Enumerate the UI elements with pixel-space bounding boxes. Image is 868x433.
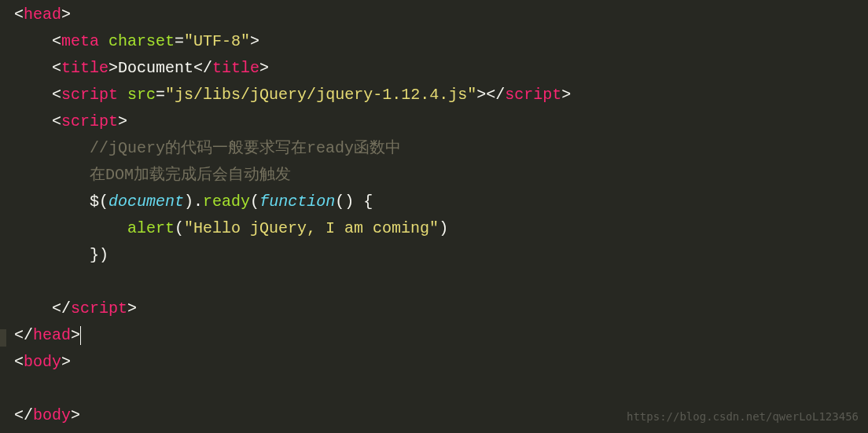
equals: = bbox=[175, 28, 184, 55]
watermark-text: https://blog.csdn.net/qwerLoL123456 bbox=[627, 408, 859, 427]
bracket: </ bbox=[193, 55, 212, 82]
paren: ( bbox=[250, 189, 259, 215]
tag-name: body bbox=[24, 349, 61, 376]
code-line[interactable]: </head> bbox=[14, 322, 868, 349]
dollar-sign: $ bbox=[90, 189, 99, 215]
code-line[interactable]: }) bbox=[14, 242, 868, 269]
paren: ) bbox=[99, 242, 108, 269]
attr-name: src bbox=[127, 82, 156, 108]
function-name: ready bbox=[203, 189, 250, 215]
indent bbox=[14, 242, 90, 269]
code-line[interactable]: //jQuery的代码一般要求写在ready函数中 bbox=[14, 135, 868, 162]
code-line[interactable]: <script> bbox=[14, 108, 868, 135]
indent bbox=[14, 28, 52, 55]
indent bbox=[14, 135, 90, 162]
cursor-icon bbox=[80, 326, 81, 345]
bracket: ></ bbox=[476, 82, 505, 108]
attr-value: "UTF-8" bbox=[184, 28, 250, 55]
code-line[interactable]: <meta charset="UTF-8"> bbox=[14, 28, 868, 55]
code-editor[interactable]: <head> <meta charset="UTF-8"> <title>Doc… bbox=[14, 2, 868, 429]
paren: ( bbox=[99, 189, 108, 215]
code-line[interactable]: <body> bbox=[14, 349, 868, 376]
equals: = bbox=[156, 82, 165, 108]
curly-brace: { bbox=[363, 189, 373, 215]
gutter-marker bbox=[0, 329, 6, 347]
curly-brace: } bbox=[90, 242, 99, 269]
indent bbox=[14, 376, 52, 402]
code-line[interactable]: $(document).ready(function() { bbox=[14, 189, 868, 215]
bracket: < bbox=[14, 349, 24, 376]
tag-name: title bbox=[61, 55, 108, 82]
bracket: < bbox=[52, 55, 61, 82]
bracket: < bbox=[14, 2, 24, 28]
bracket: > bbox=[108, 55, 118, 82]
paren: ( bbox=[175, 215, 184, 242]
bracket: < bbox=[52, 108, 61, 135]
dot: . bbox=[193, 189, 203, 215]
bracket: > bbox=[259, 55, 269, 82]
indent bbox=[14, 215, 127, 242]
bracket: > bbox=[61, 2, 71, 28]
code-line[interactable]: </script> bbox=[14, 295, 868, 322]
variable: document bbox=[108, 189, 184, 215]
tag-name: script bbox=[71, 295, 127, 322]
paren: () bbox=[335, 189, 363, 215]
bracket: > bbox=[71, 402, 80, 429]
indent bbox=[14, 295, 52, 322]
tag-name: script bbox=[505, 82, 561, 108]
bracket: < bbox=[52, 82, 61, 108]
attr-name: charset bbox=[108, 28, 175, 55]
bracket: < bbox=[52, 28, 61, 55]
string-literal: "Hello jQuery, I am coming" bbox=[184, 215, 439, 242]
tag-name: head bbox=[33, 322, 71, 349]
code-line[interactable]: <title>Document</title> bbox=[14, 55, 868, 82]
comment: //jQuery的代码一般要求写在ready函数中 bbox=[90, 135, 401, 162]
code-line[interactable] bbox=[14, 269, 868, 295]
indent bbox=[14, 189, 90, 215]
bracket: </ bbox=[52, 295, 71, 322]
tag-name: script bbox=[61, 82, 118, 108]
indent bbox=[14, 108, 52, 135]
code-line[interactable]: alert("Hello jQuery, I am coming") bbox=[14, 215, 868, 242]
attr-value: "js/libs/jQuery/jquery-1.12.4.js" bbox=[165, 82, 476, 108]
tag-name: script bbox=[61, 108, 118, 135]
paren: ) bbox=[439, 215, 448, 242]
function-name: alert bbox=[127, 215, 175, 242]
bracket: </ bbox=[14, 402, 33, 429]
bracket: > bbox=[118, 108, 127, 135]
bracket: > bbox=[561, 82, 571, 108]
indent bbox=[14, 162, 90, 189]
text-content: Document bbox=[118, 55, 193, 82]
bracket: > bbox=[71, 322, 80, 349]
paren: ) bbox=[184, 189, 193, 215]
comment: 在DOM加载完成后会自动触发 bbox=[90, 162, 291, 189]
bracket: </ bbox=[14, 322, 33, 349]
indent bbox=[14, 82, 52, 108]
tag-name: head bbox=[24, 2, 61, 28]
indent bbox=[14, 55, 52, 82]
tag-name: body bbox=[33, 402, 71, 429]
code-line[interactable]: <script src="js/libs/jQuery/jquery-1.12.… bbox=[14, 82, 868, 108]
code-line[interactable]: <head> bbox=[14, 2, 868, 28]
bracket: > bbox=[127, 295, 137, 322]
bracket: > bbox=[61, 349, 71, 376]
keyword: function bbox=[259, 189, 335, 215]
code-line[interactable] bbox=[14, 376, 868, 402]
code-line[interactable]: 在DOM加载完成后会自动触发 bbox=[14, 162, 868, 189]
bracket: > bbox=[250, 28, 259, 55]
tag-name: meta bbox=[61, 28, 99, 55]
tag-name: title bbox=[212, 55, 259, 82]
